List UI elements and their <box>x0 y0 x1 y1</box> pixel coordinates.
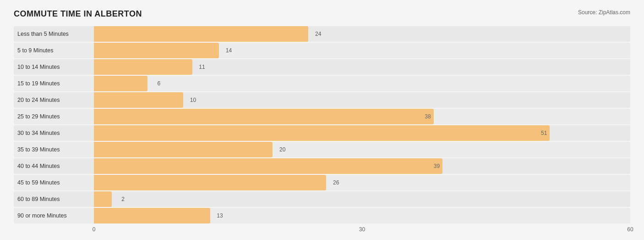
bar-track: 39 <box>94 158 630 174</box>
bar-value: 38 <box>425 113 431 120</box>
bar-row: 40 to 44 Minutes39 <box>14 158 630 174</box>
bar-fill: 6 <box>94 76 147 91</box>
bars-area: Less than 5 Minutes245 to 9 Minutes1410 … <box>14 26 630 223</box>
bar-value: 14 <box>226 47 232 54</box>
bar-value: 26 <box>333 179 339 186</box>
bar-fill: 24 <box>94 26 308 42</box>
bar-fill: 11 <box>94 59 192 75</box>
bar-value: 24 <box>315 31 321 37</box>
x-axis: 03060 <box>14 226 630 235</box>
x-axis-label: 60 <box>627 226 633 233</box>
bar-row: 45 to 59 Minutes26 <box>14 175 630 190</box>
bar-label: 20 to 24 Minutes <box>14 97 94 103</box>
bar-track: 13 <box>94 208 630 223</box>
bar-row: 60 to 89 Minutes2 <box>14 191 630 207</box>
bar-fill: 26 <box>94 175 326 190</box>
bar-label: 60 to 89 Minutes <box>14 196 94 202</box>
bar-value: 10 <box>190 97 196 103</box>
bar-track: 14 <box>94 43 630 58</box>
bar-value: 39 <box>434 163 440 169</box>
chart-source: Source: ZipAtlas.com <box>578 9 630 16</box>
bar-fill: 2 <box>94 191 112 207</box>
bar-track: 10 <box>94 92 630 108</box>
bar-fill: 10 <box>94 92 183 108</box>
bar-label: 35 to 39 Minutes <box>14 146 94 153</box>
bar-label: 40 to 44 Minutes <box>14 163 94 169</box>
bar-track: 51 <box>94 125 630 141</box>
bar-label: 30 to 34 Minutes <box>14 130 94 136</box>
chart-header: COMMUTE TIME IN ALBERTON Source: ZipAtla… <box>14 9 630 19</box>
bar-track: 24 <box>94 26 630 42</box>
bar-row: 25 to 29 Minutes38 <box>14 109 630 124</box>
bar-fill: 13 <box>94 208 210 223</box>
bar-fill: 39 <box>94 158 442 174</box>
bar-track: 2 <box>94 191 630 207</box>
x-axis-labels: 03060 <box>94 226 630 235</box>
bar-value: 51 <box>541 130 547 136</box>
bar-value: 2 <box>121 196 125 202</box>
chart-container: COMMUTE TIME IN ALBERTON Source: ZipAtla… <box>14 9 630 235</box>
bar-fill: 14 <box>94 43 219 58</box>
bar-row: Less than 5 Minutes24 <box>14 26 630 42</box>
bar-row: 15 to 19 Minutes6 <box>14 76 630 91</box>
bar-value: 13 <box>217 212 223 219</box>
bar-track: 20 <box>94 142 630 157</box>
bar-row: 90 or more Minutes13 <box>14 208 630 223</box>
bar-track: 38 <box>94 109 630 124</box>
bar-label: 25 to 29 Minutes <box>14 113 94 120</box>
bar-fill: 20 <box>94 142 273 157</box>
bar-value: 20 <box>279 146 285 153</box>
bar-label: Less than 5 Minutes <box>14 31 94 37</box>
bar-track: 6 <box>94 76 630 91</box>
bar-label: 15 to 19 Minutes <box>14 80 94 87</box>
bar-row: 5 to 9 Minutes14 <box>14 43 630 58</box>
bar-value: 11 <box>199 64 205 70</box>
bar-row: 20 to 24 Minutes10 <box>14 92 630 108</box>
bar-value: 6 <box>157 80 160 87</box>
bar-fill: 51 <box>94 125 550 141</box>
chart-title: COMMUTE TIME IN ALBERTON <box>14 9 142 19</box>
bar-label: 45 to 59 Minutes <box>14 179 94 186</box>
bar-label: 5 to 9 Minutes <box>14 47 94 54</box>
bar-label: 10 to 14 Minutes <box>14 64 94 70</box>
bar-row: 35 to 39 Minutes20 <box>14 142 630 157</box>
bar-row: 30 to 34 Minutes51 <box>14 125 630 141</box>
bar-track: 26 <box>94 175 630 190</box>
x-axis-label: 0 <box>93 226 96 233</box>
bar-fill: 38 <box>94 109 434 124</box>
bar-label: 90 or more Minutes <box>14 212 94 219</box>
bar-row: 10 to 14 Minutes11 <box>14 59 630 75</box>
x-axis-label: 30 <box>359 226 365 233</box>
bar-track: 11 <box>94 59 630 75</box>
